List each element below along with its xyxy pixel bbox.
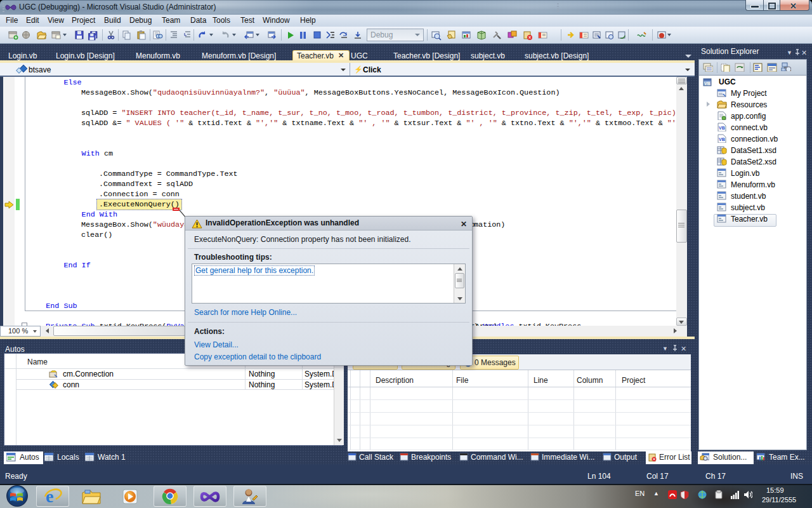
- svg-text:VB: VB: [719, 137, 725, 142]
- svg-text:VB: VB: [719, 126, 725, 130]
- svg-text:VB: VB: [704, 81, 710, 86]
